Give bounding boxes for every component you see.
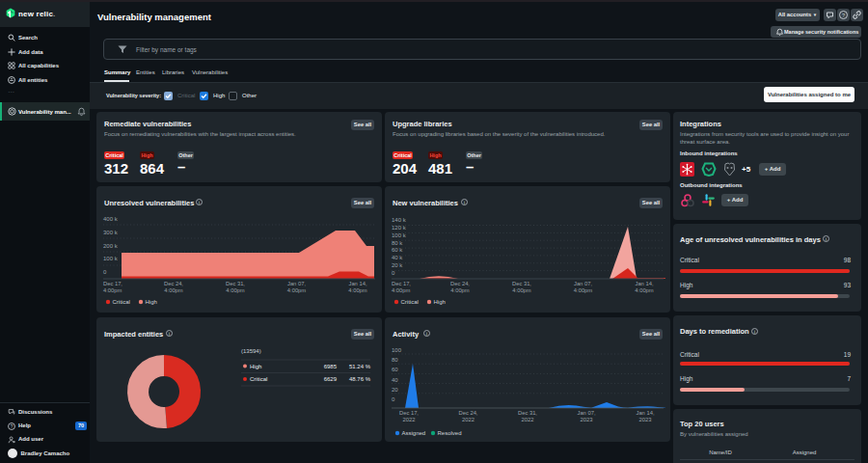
svg-text:Dec 17,: Dec 17, bbox=[103, 281, 122, 286]
svg-text:48.76 %: 48.76 % bbox=[349, 376, 371, 382]
svg-text:2023: 2023 bbox=[581, 417, 593, 422]
svg-text:300 k: 300 k bbox=[103, 230, 119, 235]
svg-text:60: 60 bbox=[392, 367, 398, 372]
svg-text:Dec 17,: Dec 17, bbox=[399, 410, 419, 416]
svg-text:High: High bbox=[434, 299, 446, 305]
svg-text:Critical: Critical bbox=[113, 299, 130, 305]
svg-text:Dec 17,: Dec 17, bbox=[392, 281, 411, 286]
svg-text:40: 40 bbox=[392, 377, 398, 383]
svg-text:2023: 2023 bbox=[639, 417, 652, 422]
svg-text:400 k: 400 k bbox=[103, 216, 119, 222]
svg-text:High: High bbox=[146, 299, 157, 305]
svg-text:200 k: 200 k bbox=[103, 243, 119, 249]
svg-text:Dec 24,: Dec 24, bbox=[450, 281, 470, 286]
svg-text:20: 20 bbox=[392, 387, 398, 393]
svg-text:Jan 14,: Jan 14, bbox=[636, 410, 654, 416]
svg-text:4:00pm: 4:00pm bbox=[635, 287, 654, 293]
svg-text:Resolved: Resolved bbox=[438, 430, 462, 436]
svg-text:20 k: 20 k bbox=[392, 262, 403, 268]
svg-text:60 k: 60 k bbox=[392, 247, 403, 253]
svg-text:51.24 %: 51.24 % bbox=[349, 364, 371, 369]
svg-text:Dec 24,: Dec 24, bbox=[164, 281, 183, 286]
svg-text:4:00pm: 4:00pm bbox=[512, 287, 531, 293]
svg-text:80: 80 bbox=[392, 357, 398, 363]
svg-text:Jan 07,: Jan 07, bbox=[287, 281, 306, 286]
svg-text:0: 0 bbox=[392, 396, 395, 402]
svg-text:Critical: Critical bbox=[250, 376, 267, 382]
svg-text:6629: 6629 bbox=[324, 376, 338, 382]
svg-text:Dec 24,: Dec 24, bbox=[459, 410, 478, 416]
svg-text:4:00pm: 4:00pm bbox=[392, 287, 411, 293]
svg-text:6985: 6985 bbox=[324, 364, 338, 369]
svg-text:?: ? bbox=[11, 423, 14, 428]
svg-text:Dec 31,: Dec 31, bbox=[226, 281, 245, 286]
svg-text:100 k: 100 k bbox=[103, 256, 119, 261]
svg-text:2022: 2022 bbox=[403, 417, 416, 422]
svg-text:80 k: 80 k bbox=[392, 240, 403, 246]
svg-text:100: 100 bbox=[392, 347, 402, 353]
svg-text:4:00pm: 4:00pm bbox=[348, 287, 367, 293]
svg-text:Jan 14,: Jan 14, bbox=[348, 281, 366, 286]
svg-text:4:00pm: 4:00pm bbox=[164, 287, 183, 293]
svg-text:Jan 14,: Jan 14, bbox=[635, 281, 653, 286]
svg-text:Jan 07,: Jan 07, bbox=[577, 410, 595, 416]
svg-text:0: 0 bbox=[103, 269, 107, 275]
svg-text:Dec 31,: Dec 31, bbox=[518, 410, 537, 416]
svg-text:Dec 31,: Dec 31, bbox=[512, 281, 531, 286]
svg-text:4:00pm: 4:00pm bbox=[103, 287, 122, 293]
svg-text:2022: 2022 bbox=[522, 417, 534, 422]
svg-text:40 k: 40 k bbox=[392, 255, 403, 260]
svg-text:4:00pm: 4:00pm bbox=[226, 287, 245, 293]
svg-text:4:00pm: 4:00pm bbox=[574, 287, 593, 293]
svg-text:Critical: Critical bbox=[401, 299, 419, 305]
svg-text:Jan 07,: Jan 07, bbox=[574, 281, 592, 286]
svg-text:4:00pm: 4:00pm bbox=[450, 287, 470, 293]
svg-text:(13594): (13594) bbox=[241, 348, 261, 354]
svg-text:140 k: 140 k bbox=[392, 217, 407, 223]
svg-text:4:00pm: 4:00pm bbox=[287, 287, 307, 293]
svg-text:?: ? bbox=[842, 13, 845, 18]
svg-text:High: High bbox=[250, 364, 261, 369]
svg-text:Assigned: Assigned bbox=[402, 430, 426, 436]
svg-text:2022: 2022 bbox=[462, 417, 475, 422]
